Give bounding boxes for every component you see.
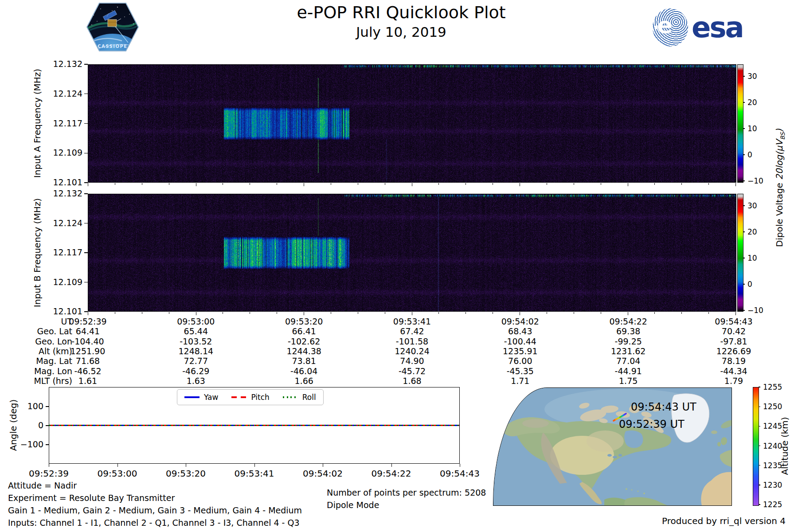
legend-label: Pitch bbox=[251, 393, 269, 402]
legend-item-yaw: Yaw bbox=[184, 393, 218, 402]
time-major-tick bbox=[735, 183, 736, 186]
time-minor-tick bbox=[708, 183, 709, 185]
ephemeris-value: 77.04 bbox=[591, 356, 666, 366]
esa-wordmark: esa bbox=[692, 13, 743, 42]
legend-item-pitch: Pitch bbox=[231, 393, 269, 402]
ephemeris-value: 1231.62 bbox=[591, 346, 666, 356]
freq-tick-label: 12.109 bbox=[46, 277, 82, 287]
colorbar-tick-label: 20 bbox=[747, 227, 757, 236]
ephemeris-value: -104.40 bbox=[50, 336, 125, 346]
time-minor-tick bbox=[142, 183, 142, 185]
time-major-tick bbox=[196, 312, 196, 315]
freq-tick-mark bbox=[84, 182, 88, 183]
time-minor-tick bbox=[681, 312, 682, 314]
altitude-tick-label: 1255 bbox=[763, 383, 782, 391]
legend-label: Yaw bbox=[204, 393, 218, 402]
colorbar-tick-mark bbox=[743, 284, 745, 284]
yaw-line-sample bbox=[184, 396, 200, 398]
dipole-colorbar-label: Dipole Voltage 20log(μVBS) bbox=[774, 129, 786, 247]
colorbar-tick-label: 30 bbox=[747, 201, 757, 210]
angle-x-tick-mark bbox=[254, 464, 255, 467]
ephemeris-value: 70.42 bbox=[696, 326, 771, 336]
ephemeris-value: 1248.14 bbox=[158, 346, 234, 356]
time-minor-tick bbox=[466, 183, 466, 185]
quicklook-figure: CASSIOPE e-POP RRI Quicklook Plot July 1… bbox=[0, 0, 798, 532]
ephemeris-value: 65.44 bbox=[158, 326, 234, 336]
y-axis-label-input-b: Input B Frequency (MHz) bbox=[32, 198, 43, 307]
freq-tick-label: 12.117 bbox=[46, 247, 82, 257]
time-minor-tick bbox=[223, 183, 223, 185]
roll-line-sample bbox=[283, 396, 298, 398]
angle-x-tick-label: 09:52:39 bbox=[22, 468, 75, 479]
spectrogram-input-b-canvas bbox=[88, 194, 736, 311]
time-major-tick bbox=[520, 183, 520, 186]
ephemeris-value: 09:53:41 bbox=[375, 317, 450, 326]
time-minor-tick bbox=[385, 183, 385, 185]
freq-tick-label: 12.124 bbox=[46, 218, 82, 228]
time-minor-tick bbox=[331, 183, 331, 185]
time-minor-tick bbox=[574, 183, 574, 185]
time-minor-tick bbox=[681, 183, 682, 185]
ephemeris-value: 1244.38 bbox=[266, 346, 342, 356]
freq-tick-label: 12.101 bbox=[46, 306, 82, 316]
spectrogram-input-a-canvas bbox=[88, 65, 736, 182]
angle-x-tick-mark bbox=[117, 464, 118, 467]
freq-tick-mark bbox=[84, 153, 88, 153]
colorbar-tick-label: 0 bbox=[747, 280, 752, 289]
ephemeris-value: 1.61 bbox=[50, 376, 125, 386]
ephemeris-value: 09:54:43 bbox=[696, 317, 771, 326]
time-minor-tick bbox=[358, 312, 358, 314]
time-minor-tick bbox=[250, 183, 250, 185]
colorbar-tick-label: 30 bbox=[747, 72, 757, 81]
time-major-tick bbox=[412, 183, 412, 186]
roll-line bbox=[49, 425, 459, 426]
angle-x-tick-label: 09:54:02 bbox=[296, 468, 349, 479]
altitude-tick-label: 1250 bbox=[763, 402, 782, 411]
time-minor-tick bbox=[277, 312, 277, 314]
altitude-tick-label: 1245 bbox=[763, 422, 782, 430]
time-major-tick bbox=[412, 312, 412, 315]
experiment-note: Experiment = Resolute Bay Transmitter bbox=[8, 493, 175, 503]
time-minor-tick bbox=[654, 183, 655, 185]
freq-tick-mark bbox=[84, 223, 88, 223]
freq-tick-mark bbox=[84, 282, 88, 282]
ephemeris-value: -46.52 bbox=[50, 366, 125, 376]
ephemeris-value: -101.58 bbox=[375, 336, 450, 346]
time-minor-tick bbox=[708, 312, 709, 314]
angle-x-tick-label: 09:53:20 bbox=[159, 468, 212, 479]
colorbar-tick-label: −10 bbox=[747, 176, 763, 185]
altitude-tick-label: 1225 bbox=[763, 500, 782, 509]
time-minor-tick bbox=[358, 183, 358, 185]
colorbar-tick-mark bbox=[743, 180, 745, 181]
ephemeris-value: 73.81 bbox=[266, 356, 342, 366]
time-minor-tick bbox=[169, 312, 169, 314]
freq-tick-label: 12.132 bbox=[46, 188, 82, 198]
time-minor-tick bbox=[169, 183, 169, 185]
ephemeris-value: -97.81 bbox=[696, 336, 771, 346]
legend-item-roll: Roll bbox=[283, 393, 316, 402]
angle-x-tick-label: 09:53:00 bbox=[91, 468, 144, 479]
ephemeris-value: 09:54:22 bbox=[591, 317, 666, 326]
colorbar-tick-label: 10 bbox=[747, 254, 757, 262]
freq-tick-mark bbox=[84, 64, 88, 64]
ephemeris-value: 09:54:02 bbox=[482, 317, 558, 326]
ephemeris-value: 09:53:20 bbox=[266, 317, 342, 326]
time-minor-tick bbox=[601, 312, 601, 314]
altitude-tick-label: 1235 bbox=[763, 461, 782, 470]
ephemeris-value: 1226.69 bbox=[696, 346, 771, 356]
ephemeris-value: -102.62 bbox=[266, 336, 342, 346]
ephemeris-value: 1251.90 bbox=[50, 346, 125, 356]
time-minor-tick bbox=[466, 312, 466, 314]
altitude-tick-mark bbox=[759, 504, 760, 505]
angle-y-tick-mark bbox=[46, 444, 49, 445]
dipole-mode-note: Dipole Mode bbox=[327, 500, 379, 510]
ephemeris-value: -45.35 bbox=[482, 366, 558, 376]
time-major-tick bbox=[196, 183, 196, 186]
angle-y-tick-mark bbox=[46, 406, 49, 407]
time-minor-tick bbox=[438, 183, 439, 185]
ephemeris-value: -44.34 bbox=[696, 366, 771, 376]
time-minor-tick bbox=[223, 312, 223, 314]
time-major-tick bbox=[304, 312, 304, 315]
ephemeris-value: 71.68 bbox=[50, 356, 125, 366]
colorbar-tick-mark bbox=[743, 231, 745, 232]
